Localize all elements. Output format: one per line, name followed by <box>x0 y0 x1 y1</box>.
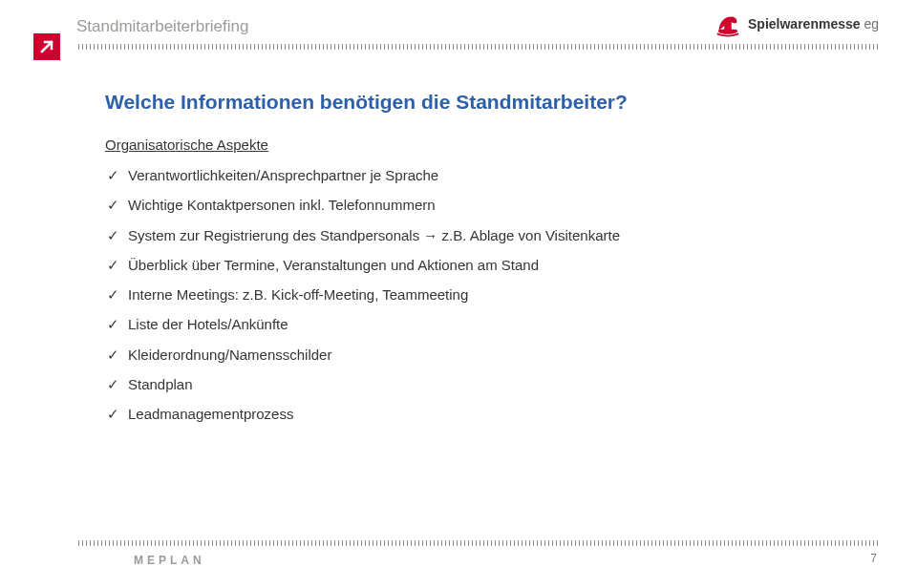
rocking-horse-icon <box>714 10 742 38</box>
brand-main: Spielwarenmesse <box>748 16 861 32</box>
brand-logo: Spielwarenmesse eg <box>714 10 879 38</box>
footer-brand: MEPLAN <box>134 554 205 567</box>
back-arrow-icon[interactable] <box>33 33 60 60</box>
list-item: Wichtige Kontaktpersonen inkl. Telefonnu… <box>107 196 812 215</box>
divider-bottom <box>76 539 879 546</box>
list-item: Interne Meetings: z.B. Kick-off-Meeting,… <box>107 285 812 304</box>
list-item: Standplan <box>107 375 812 394</box>
bullet-list: Verantwortlichkeiten/Ansprechpartner je … <box>105 166 812 424</box>
page-number: 7 <box>870 552 877 565</box>
content: Welche Informationen benötigen die Stand… <box>105 91 812 434</box>
page-title: Welche Informationen benötigen die Stand… <box>105 91 812 114</box>
list-item: Kleiderordnung/Namensschilder <box>107 346 812 365</box>
brand-sub: eg <box>864 16 879 32</box>
list-item: Verantwortlichkeiten/Ansprechpartner je … <box>107 166 812 185</box>
list-item: Liste der Hotels/Ankünfte <box>107 315 812 334</box>
divider-top <box>76 43 879 50</box>
subheading: Organisatorische Aspekte <box>105 136 812 153</box>
list-item: System zur Registrierung des Standperson… <box>107 226 812 245</box>
list-item: Leadmanagementprozess <box>107 405 812 424</box>
list-item: Überblick über Termine, Veranstaltungen … <box>107 256 812 275</box>
arrow-up-right-icon <box>38 38 55 55</box>
